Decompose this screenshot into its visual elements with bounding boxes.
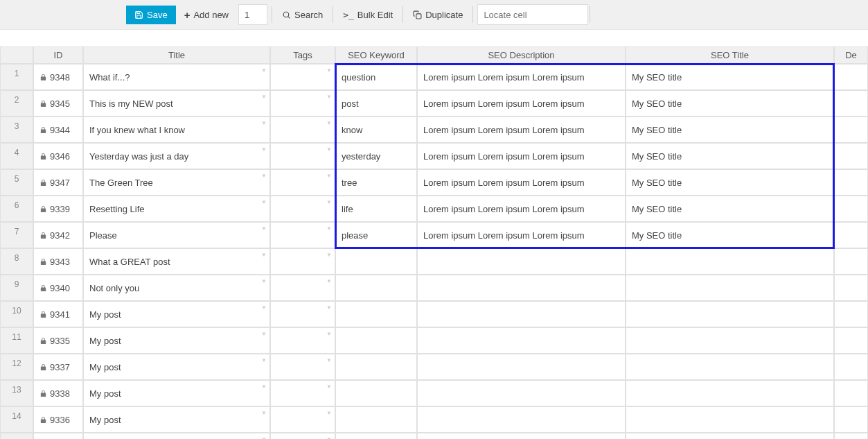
extra-cell[interactable] — [834, 354, 868, 380]
title-cell[interactable]: My post▼ — [83, 380, 270, 406]
row-number[interactable]: 9 — [0, 275, 33, 301]
seo-description-cell[interactable] — [417, 301, 626, 327]
seo-title-cell[interactable] — [626, 354, 834, 380]
title-cell[interactable]: What a GREAT post▼ — [83, 248, 270, 275]
seo-title-cell[interactable] — [626, 327, 834, 354]
seo-keyword-cell[interactable]: know — [335, 117, 417, 143]
row-number[interactable]: 1 — [0, 64, 33, 90]
seo-keyword-cell[interactable]: tree — [335, 169, 417, 196]
save-button[interactable]: Save — [126, 6, 176, 24]
seo-keyword-cell[interactable] — [335, 354, 417, 380]
tags-cell[interactable]: ▼ — [270, 406, 335, 433]
extra-cell[interactable] — [834, 406, 868, 433]
seo-description-cell[interactable]: Lorem ipsum Lorem ipsum Lorem ipsum — [417, 169, 626, 196]
extra-cell[interactable] — [834, 380, 868, 406]
row-number[interactable]: 4 — [0, 143, 33, 169]
tags-cell[interactable]: ▼ — [270, 196, 335, 222]
tags-cell[interactable]: ▼ — [270, 301, 335, 327]
seo-title-cell[interactable]: My SEO title — [626, 143, 834, 169]
duplicate-button[interactable]: Duplicate — [405, 6, 471, 24]
bulk-edit-button[interactable]: >_ Bulk Edit — [335, 6, 401, 24]
extra-cell[interactable] — [834, 248, 868, 275]
title-cell[interactable]: The Green Tree▼ — [83, 169, 270, 196]
row-number[interactable]: 15 — [0, 433, 33, 439]
extra-cell[interactable] — [834, 117, 868, 143]
row-number[interactable]: 11 — [0, 327, 33, 354]
extra-cell[interactable] — [834, 90, 868, 117]
seo-title-cell[interactable] — [626, 248, 834, 275]
row-number[interactable]: 2 — [0, 90, 33, 117]
extra-cell[interactable] — [834, 196, 868, 222]
seo-keyword-cell[interactable] — [335, 327, 417, 354]
add-new-qty-input[interactable] — [238, 4, 267, 25]
seo-description-cell[interactable] — [417, 248, 626, 275]
column-header[interactable]: ID — [33, 46, 83, 64]
seo-keyword-cell[interactable] — [335, 275, 417, 301]
tags-cell[interactable]: ▼ — [270, 354, 335, 380]
title-cell[interactable]: My post▼ — [83, 301, 270, 327]
seo-keyword-cell[interactable]: yesterday — [335, 143, 417, 169]
extra-cell[interactable] — [834, 433, 868, 439]
row-number[interactable]: 7 — [0, 222, 33, 248]
column-header[interactable]: Title — [83, 46, 270, 64]
extra-cell[interactable] — [834, 169, 868, 196]
seo-description-cell[interactable]: Lorem ipsum Lorem ipsum Lorem ipsum — [417, 117, 626, 143]
seo-description-cell[interactable] — [417, 380, 626, 406]
seo-title-cell[interactable]: My SEO title — [626, 169, 834, 196]
tags-cell[interactable]: ▼ — [270, 143, 335, 169]
seo-title-cell[interactable] — [626, 433, 834, 439]
column-header[interactable]: De — [834, 46, 868, 64]
row-number[interactable]: 13 — [0, 380, 33, 406]
tags-cell[interactable]: ▼ — [270, 327, 335, 354]
title-cell[interactable]: My post▼ — [83, 327, 270, 354]
tags-cell[interactable]: ▼ — [270, 433, 335, 439]
seo-keyword-cell[interactable] — [335, 248, 417, 275]
title-cell[interactable]: What if...?▼ — [83, 64, 270, 90]
seo-keyword-cell[interactable]: question — [335, 64, 417, 90]
tags-cell[interactable]: ▼ — [270, 222, 335, 248]
seo-title-cell[interactable] — [626, 380, 834, 406]
row-number[interactable]: 5 — [0, 169, 33, 196]
seo-title-cell[interactable]: My SEO title — [626, 64, 834, 90]
extra-cell[interactable] — [834, 301, 868, 327]
tags-cell[interactable]: ▼ — [270, 380, 335, 406]
title-cell[interactable]: Not only you▼ — [83, 275, 270, 301]
extra-cell[interactable] — [834, 327, 868, 354]
seo-description-cell[interactable]: Lorem ipsum Lorem ipsum Lorem ipsum — [417, 143, 626, 169]
row-number[interactable]: 14 — [0, 406, 33, 433]
seo-keyword-cell[interactable]: post — [335, 90, 417, 117]
seo-keyword-cell[interactable]: please — [335, 222, 417, 248]
seo-title-cell[interactable]: My SEO title — [626, 222, 834, 248]
column-header[interactable]: Tags — [270, 46, 335, 64]
tags-cell[interactable]: ▼ — [270, 90, 335, 117]
row-number[interactable]: 3 — [0, 117, 33, 143]
tags-cell[interactable]: ▼ — [270, 275, 335, 301]
tags-cell[interactable]: ▼ — [270, 169, 335, 196]
column-header[interactable]: SEO Title — [626, 46, 834, 64]
title-cell[interactable]: Yesterday was just a day▼ — [83, 143, 270, 169]
seo-keyword-cell[interactable] — [335, 380, 417, 406]
extra-cell[interactable] — [834, 64, 868, 90]
row-number[interactable]: 12 — [0, 354, 33, 380]
seo-description-cell[interactable] — [417, 406, 626, 433]
seo-description-cell[interactable]: Lorem ipsum Lorem ipsum Lorem ipsum — [417, 222, 626, 248]
title-cell[interactable]: Resetting Life▼ — [83, 196, 270, 222]
seo-description-cell[interactable]: Lorem ipsum Lorem ipsum Lorem ipsum — [417, 64, 626, 90]
seo-title-cell[interactable]: My SEO title — [626, 196, 834, 222]
seo-title-cell[interactable] — [626, 275, 834, 301]
extra-cell[interactable] — [834, 143, 868, 169]
row-number[interactable]: 8 — [0, 248, 33, 275]
column-header[interactable]: SEO Keyword — [335, 46, 417, 64]
seo-description-cell[interactable] — [417, 433, 626, 439]
seo-keyword-cell[interactable] — [335, 301, 417, 327]
extra-cell[interactable] — [834, 275, 868, 301]
seo-description-cell[interactable] — [417, 275, 626, 301]
seo-keyword-cell[interactable] — [335, 433, 417, 439]
seo-title-cell[interactable] — [626, 301, 834, 327]
title-cell[interactable]: If you knew what I know▼ — [83, 117, 270, 143]
column-header[interactable]: SEO Description — [417, 46, 626, 64]
row-number[interactable]: 10 — [0, 301, 33, 327]
seo-description-cell[interactable] — [417, 354, 626, 380]
seo-description-cell[interactable]: Lorem ipsum Lorem ipsum Lorem ipsum — [417, 196, 626, 222]
seo-description-cell[interactable]: Lorem ipsum Lorem ipsum Lorem ipsum — [417, 90, 626, 117]
